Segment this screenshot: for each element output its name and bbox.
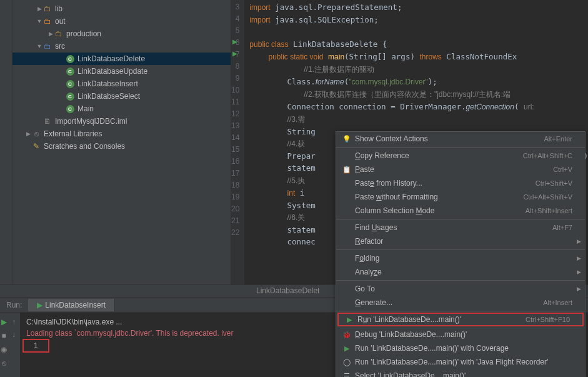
tree-class-insert[interactable]: CLinkDatabseInsert	[12, 78, 231, 90]
scratch-icon: ✎	[31, 141, 41, 151]
class-icon: C	[65, 91, 75, 101]
tree-label: Scratches and Consoles	[44, 142, 125, 151]
tree-external-libs[interactable]: ▶⎋External Libraries	[12, 128, 231, 140]
tree-label: LinkDatabseInsert	[77, 79, 138, 88]
menu-refactor[interactable]: Refactor▶	[336, 234, 585, 248]
tree-label: LinkDatabaseUpdate	[77, 67, 147, 76]
tree-label: out	[55, 17, 66, 26]
line-number: 8	[231, 61, 239, 73]
up-icon[interactable]: ↑	[12, 318, 16, 326]
console-output-line: 1	[22, 339, 49, 353]
line-number: 13	[231, 120, 239, 132]
line-number: ▶7	[231, 49, 239, 61]
library-icon: ⎋	[31, 129, 41, 139]
submenu-arrow-icon: ▶	[577, 255, 581, 261]
tree-scratches[interactable]: ✎Scratches and Consoles	[12, 140, 231, 153]
menu-generate[interactable]: Generate...Alt+Insert	[336, 296, 585, 309]
tree-out[interactable]: ▼🗀out	[12, 15, 231, 28]
menu-select-config[interactable]: ☰Select 'LinkDatabaseDe....main()'	[336, 369, 585, 377]
class-icon: C	[65, 79, 75, 89]
line-number: 20	[231, 203, 239, 215]
tree-label: LinkDatabaseDelete	[77, 54, 145, 63]
submenu-arrow-icon: ▶	[577, 238, 581, 244]
submenu-arrow-icon: ▶	[577, 269, 581, 275]
tree-label: ImportMysqlJDBC.iml	[55, 117, 127, 126]
source-folder-icon: 🗀	[42, 41, 52, 51]
down-icon[interactable]: ↓	[12, 330, 16, 339]
menu-column-select[interactable]: Column Selection ModeAlt+Shift+Insert	[336, 204, 585, 218]
tree-iml[interactable]: 🗎ImportMysqlJDBC.iml	[12, 115, 231, 128]
menu-paste-history[interactable]: Paste from History...Ctrl+Shift+V	[336, 176, 585, 190]
bulb-icon: 💡	[341, 135, 352, 143]
jfr-icon: ◯	[341, 358, 352, 366]
line-number: 10	[231, 84, 239, 96]
menu-copy-reference[interactable]: Copy ReferenceCtrl+Alt+Shift+C	[336, 149, 585, 163]
line-number: 19	[231, 191, 239, 203]
menu-separator	[336, 311, 585, 311]
menu-run-coverage[interactable]: ▶Run 'LinkDatabaseDe....main()' with Cov…	[336, 341, 585, 355]
tree-label: production	[66, 29, 101, 38]
paste-icon: 📋	[341, 166, 352, 174]
folder-icon: 🗀	[54, 29, 64, 39]
pin-icon[interactable]: ⎋	[2, 359, 6, 368]
menu-find-usages[interactable]: Find UsagesAlt+F7	[336, 221, 585, 234]
bug-icon: 🐞	[341, 331, 352, 339]
run-config-tab[interactable]: ▶LinkDatabseInsert	[28, 299, 115, 311]
run-icon: ▶	[344, 316, 355, 324]
tree-label: Main	[77, 104, 94, 113]
menu-debug[interactable]: 🐞Debug 'LinkDatabaseDe....main()'	[336, 328, 585, 341]
tree-label: LinkDatabseSelect	[77, 92, 140, 101]
menu-folding[interactable]: Folding▶	[336, 251, 585, 265]
tree-label: lib	[55, 4, 62, 13]
line-number: 11	[231, 96, 239, 108]
line-number: 9	[231, 73, 239, 84]
project-tree: ▶🗀lib ▼🗀out ▶🗀production ▼🗀src CLinkData…	[12, 0, 231, 284]
menu-paste-plain[interactable]: Paste without FormattingCtrl+Alt+Shift+V	[336, 190, 585, 204]
list-icon: ☰	[341, 372, 352, 378]
line-number: 21	[231, 215, 239, 227]
tree-class-select[interactable]: CLinkDatabseSelect	[12, 90, 231, 103]
class-icon: C	[65, 104, 75, 114]
menu-run[interactable]: ▶Run 'LinkDatabaseDe....main()'Ctrl+Shif…	[337, 313, 584, 326]
run-label: Run:	[0, 301, 28, 309]
settings-icon[interactable]: ◉	[1, 345, 7, 354]
line-number: 18	[231, 179, 239, 191]
run-toolbar-2: ↑ ↓	[7, 313, 20, 377]
menu-context-actions[interactable]: 💡Show Context ActionsAlt+Enter	[336, 132, 585, 146]
submenu-arrow-icon: ▶	[577, 286, 581, 292]
rerun-icon[interactable]: ▶	[1, 318, 7, 326]
menu-goto[interactable]: Go To▶	[336, 282, 585, 296]
menu-run-jfr[interactable]: ◯Run 'LinkDatabaseDe....main()' with 'Ja…	[336, 355, 585, 369]
menu-analyze[interactable]: Analyze▶	[336, 265, 585, 279]
editor-gutter[interactable]: 3 4 5 ▶6 ▶7 8 9 10 11 12 13 14 15 16 17 …	[231, 0, 244, 284]
run-gutter-icon: ▶	[232, 48, 237, 59]
class-icon: C	[65, 66, 75, 76]
left-tool-strip[interactable]	[0, 0, 12, 284]
tree-class-main[interactable]: CMain	[12, 103, 231, 115]
tree-class-update[interactable]: CLinkDatabaseUpdate	[12, 65, 231, 78]
comment: //1.注册数据库的驱动	[287, 65, 374, 74]
stop-icon[interactable]: ■	[1, 331, 6, 340]
line-number: 17	[231, 168, 239, 179]
context-menu: 💡Show Context ActionsAlt+Enter Copy Refe…	[336, 131, 586, 377]
class-icon: C	[65, 54, 75, 64]
line-number: 3	[231, 1, 239, 13]
run-gutter-icon: ▶	[232, 36, 237, 48]
tree-label: src	[55, 42, 65, 51]
menu-paste[interactable]: 📋PasteCtrl+V	[336, 163, 585, 176]
folder-icon: 🗀	[42, 4, 52, 14]
line-number: 16	[231, 156, 239, 168]
file-icon: 🗎	[42, 116, 52, 126]
tree-production[interactable]: ▶🗀production	[12, 28, 231, 40]
coverage-icon: ▶	[341, 344, 352, 353]
tree-lib[interactable]: ▶🗀lib	[12, 3, 231, 15]
console-error: Loading class `com.mysql.jdbc.Driver'. T…	[26, 329, 219, 338]
menu-separator	[336, 249, 585, 250]
run-icon: ▶	[37, 301, 42, 309]
tree-class-delete[interactable]: CLinkDatabaseDelete	[12, 53, 231, 65]
run-toolbar-left: ▶ ■ ◉ ⎋	[0, 313, 7, 377]
folder-open-icon: 🗀	[42, 16, 52, 26]
tree-src[interactable]: ▼🗀src	[12, 40, 231, 53]
menu-separator	[336, 147, 585, 148]
line-number: 4	[231, 13, 239, 25]
